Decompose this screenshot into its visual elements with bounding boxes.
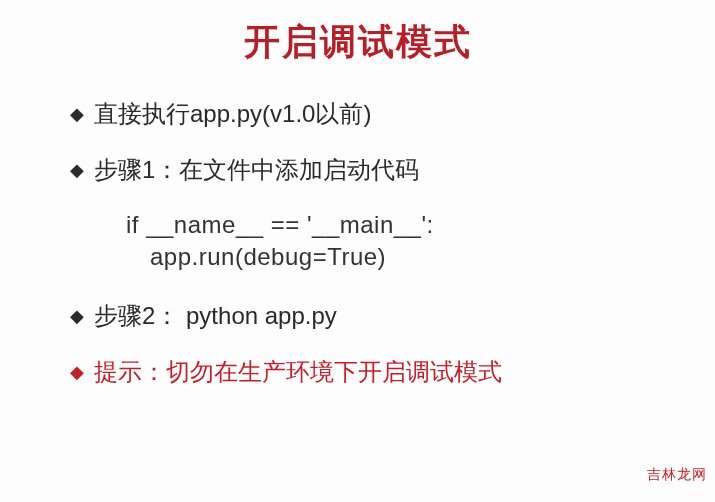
diamond-bullet-icon: ◆ <box>70 153 84 187</box>
code-line: if __name__ == '__main__': <box>126 209 675 241</box>
bullet-item: ◆ 步骤1：在文件中添加启动代码 <box>70 153 675 187</box>
bullet-item: ◆ 直接执行app.py(v1.0以前) <box>70 97 675 131</box>
slide-content: ◆ 直接执行app.py(v1.0以前) ◆ 步骤1：在文件中添加启动代码 if… <box>0 97 715 389</box>
bullet-text: 步骤2： python app.py <box>94 299 337 333</box>
slide-title: 开启调试模式 <box>0 0 715 97</box>
bullet-text: 步骤1：在文件中添加启动代码 <box>94 153 419 187</box>
bullet-item-warning: ◆ 提示：切勿在生产环境下开启调试模式 <box>70 355 675 389</box>
diamond-bullet-icon: ◆ <box>70 299 84 333</box>
diamond-bullet-icon: ◆ <box>70 97 84 131</box>
code-line: app.run(debug=True) <box>150 241 675 273</box>
bullet-text: 直接执行app.py(v1.0以前) <box>94 97 371 131</box>
watermark: 吉林龙网 <box>647 466 707 484</box>
code-block: if __name__ == '__main__': app.run(debug… <box>108 209 675 273</box>
bullet-text: 提示：切勿在生产环境下开启调试模式 <box>94 355 502 389</box>
diamond-bullet-icon: ◆ <box>70 355 84 389</box>
bullet-item: ◆ 步骤2： python app.py <box>70 299 675 333</box>
